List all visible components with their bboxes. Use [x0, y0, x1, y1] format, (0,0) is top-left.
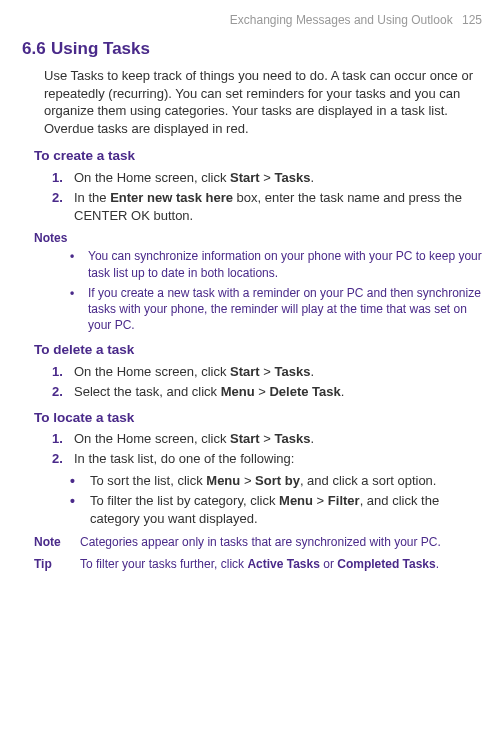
section-title: Using Tasks [51, 39, 150, 58]
create-step-2: 2. In the Enter new task here box, enter… [52, 189, 482, 224]
create-step-1: 1. On the Home screen, click Start > Tas… [52, 169, 482, 187]
locate-step-1: 1. On the Home screen, click Start > Tas… [52, 430, 482, 448]
section-heading: 6.6 Using Tasks [22, 34, 482, 61]
section-number: 6.6 [22, 39, 46, 58]
tip-row: Tip To filter your tasks further, click … [34, 556, 482, 572]
locate-bullet-1: To sort the list, click Menu > Sort by, … [70, 472, 482, 490]
notes-list: You can synchronize information on your … [70, 248, 482, 333]
delete-task-heading: To delete a task [34, 341, 482, 359]
locate-step-2: 2. In the task list, do one of the follo… [52, 450, 482, 468]
page-number: 125 [462, 13, 482, 27]
page-header: Exchanging Messages and Using Outlook 12… [22, 12, 482, 28]
locate-bullet-2: To filter the list by category, click Me… [70, 492, 482, 527]
tip-label: Tip [34, 556, 80, 572]
tip-text: To filter your tasks further, click Acti… [80, 556, 482, 572]
note-item-1: You can synchronize information on your … [70, 248, 482, 280]
intro-paragraph: Use Tasks to keep track of things you ne… [44, 67, 482, 137]
note-label: Note [34, 534, 80, 550]
create-task-steps: 1. On the Home screen, click Start > Tas… [52, 169, 482, 225]
note-row: Note Categories appear only in tasks tha… [34, 534, 482, 550]
locate-task-heading: To locate a task [34, 409, 482, 427]
locate-task-steps: 1. On the Home screen, click Start > Tas… [52, 430, 482, 468]
note-text: Categories appear only in tasks that are… [80, 534, 482, 550]
note-item-2: If you create a new task with a reminder… [70, 285, 482, 334]
delete-task-steps: 1. On the Home screen, click Start > Tas… [52, 363, 482, 401]
locate-bullets: To sort the list, click Menu > Sort by, … [70, 472, 482, 528]
create-task-heading: To create a task [34, 147, 482, 165]
chapter-title: Exchanging Messages and Using Outlook [230, 13, 453, 27]
notes-label: Notes [34, 230, 482, 246]
delete-step-1: 1. On the Home screen, click Start > Tas… [52, 363, 482, 381]
delete-step-2: 2. Select the task, and click Menu > Del… [52, 383, 482, 401]
